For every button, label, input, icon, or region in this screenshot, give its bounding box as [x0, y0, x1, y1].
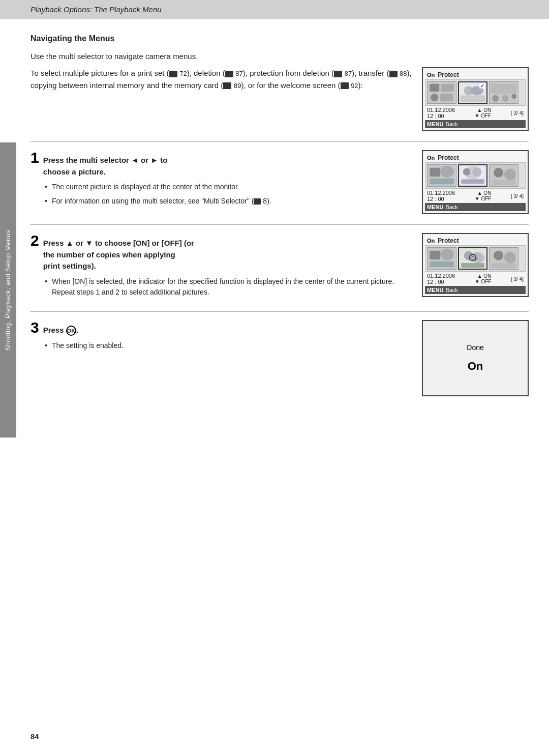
- step-3-row: 3 Press OK. The setting is enabled. Done…: [30, 320, 529, 396]
- back-text-3: Back: [445, 287, 458, 293]
- step-1-left: 1 Press the multi selector ◄ or ► tochoo…: [30, 150, 412, 210]
- thumb-3a: [427, 247, 456, 270]
- svg-point-3: [431, 94, 438, 101]
- thumbnail-row-1: ✓: [425, 79, 526, 106]
- step-1-bullet-1: The current picture is displayed at the …: [45, 182, 412, 193]
- counter-2: [ 3/ 4]: [511, 193, 524, 199]
- svg-point-39: [504, 252, 516, 264]
- step-3-bullets: The setting is enabled.: [45, 340, 412, 352]
- step-3-bullet-1: The setting is enabled.: [45, 340, 412, 352]
- step2-to: to: [121, 288, 128, 296]
- step-2-bullets: When [ON] is selected, the indicator for…: [45, 276, 412, 298]
- menu-text-2: MENU: [427, 204, 443, 210]
- camera-date-3: 01.12.2006: [427, 273, 455, 279]
- menu-text-1: MENU: [427, 121, 443, 127]
- camera-menu-1: MENU Back: [425, 120, 526, 128]
- svg-point-24: [494, 168, 503, 178]
- svg-point-25: [504, 169, 516, 181]
- svg-point-16: [440, 166, 454, 178]
- svg-rect-34: [461, 263, 484, 268]
- thumb-1c: [489, 81, 518, 104]
- counter-1: 3/ 4]: [514, 110, 524, 116]
- svg-point-29: [440, 249, 454, 260]
- word-or: or: [248, 81, 255, 90]
- camera-info-2: 01.12.2006 12 : 00 ▲ ON ▼ OFF [ 3/ 4]: [425, 189, 526, 203]
- step-1-screen: On Protect: [422, 150, 529, 214]
- intro-left: To select multiple pictures for a print …: [30, 67, 412, 96]
- camera-screen-1: On Protect: [422, 67, 529, 131]
- svg-point-21: [472, 167, 481, 177]
- thumb-2c: [489, 164, 518, 187]
- step-1-title: Press the multi selector ◄ or ► tochoose…: [43, 155, 168, 178]
- camera-time-1: 12 : 00: [427, 113, 455, 119]
- step-3-left: 3 Press OK. The setting is enabled.: [30, 320, 412, 354]
- camera-time-3: 12 : 00: [427, 279, 455, 285]
- step1-to: to: [160, 156, 167, 164]
- side-tab: Shooting, Playback, and Setup Menus: [0, 142, 16, 438]
- page-number: 84: [30, 732, 39, 741]
- step-2-number: 2: [30, 233, 39, 248]
- svg-rect-30: [430, 261, 454, 267]
- camera-menu-2: MENU Back: [425, 203, 526, 211]
- step-3-heading: 3 Press OK.: [30, 320, 412, 336]
- intro-row: To select multiple pictures for a print …: [30, 67, 529, 131]
- step-3-title: Press OK.: [43, 325, 78, 336]
- back-text-1: Back: [445, 121, 458, 127]
- done-screen: Done On: [422, 320, 529, 396]
- camera-info-1: 01.12.2006 12 : 00 ▲ ON ▼ OFF [ 3/ 4]: [425, 106, 526, 120]
- camera-date-2: 01.12.2006: [427, 190, 455, 196]
- svg-rect-26: [492, 181, 516, 186]
- svg-rect-40: [492, 264, 516, 269]
- step-2-title: Press ▲ or ▼ to choose [ON] or [OFF] (or…: [43, 238, 194, 272]
- step-1-number: 1: [30, 150, 39, 165]
- thumb-3b: ON: [458, 247, 487, 270]
- thumbnail-row-2: [425, 162, 526, 189]
- svg-point-20: [463, 168, 471, 176]
- camera-screen-3: On Protect: [422, 233, 529, 297]
- svg-rect-4: [440, 94, 453, 101]
- protect-label-1: Protect: [438, 71, 459, 78]
- svg-rect-22: [461, 180, 484, 184]
- protect-label-3: Protect: [438, 237, 459, 244]
- svg-rect-10: [491, 84, 517, 94]
- svg-text:ON: ON: [471, 256, 477, 260]
- arrow-off-3: ▼ OFF: [475, 279, 492, 284]
- step-1-bullets: The current picture is displayed at the …: [45, 182, 412, 207]
- protect-label-2: Protect: [438, 154, 459, 161]
- step-2-row: 2 Press ▲ or ▼ to choose [ON] or [OFF] (…: [30, 233, 529, 301]
- arrow-on-3: ▲ ON: [477, 273, 492, 279]
- svg-point-11: [492, 95, 499, 102]
- back-text-2: Back: [445, 204, 458, 210]
- step-2-heading: 2 Press ▲ or ▼ to choose [ON] or [OFF] (…: [30, 233, 412, 272]
- menu-text-3: MENU: [427, 287, 443, 293]
- counter-bracket-1: [: [511, 110, 512, 116]
- thumb-1b: ✓: [458, 81, 487, 104]
- section-title: Navigating the Menus: [30, 34, 529, 43]
- on-label-3: On: [427, 238, 435, 244]
- done-label: Done: [467, 343, 483, 352]
- screen-intro: On Protect: [422, 67, 529, 131]
- step-1-heading: 1 Press the multi selector ◄ or ► tochoo…: [30, 150, 412, 178]
- on-label-1: On: [427, 72, 435, 78]
- step-2-left: 2 Press ▲ or ▼ to choose [ON] or [OFF] (…: [30, 233, 412, 301]
- thumb-3c: [489, 247, 518, 270]
- counter-3: [ 3/ 4]: [511, 276, 524, 282]
- svg-rect-17: [430, 179, 454, 184]
- thumb-2b: [458, 164, 487, 187]
- step-1-row: 1 Press the multi selector ◄ or ► tochoo…: [30, 150, 529, 214]
- main-content: Navigating the Menus Use the multi selec…: [0, 19, 549, 422]
- arrow-on-2: ▲ ON: [477, 190, 492, 196]
- thumb-1a: [427, 81, 456, 104]
- camera-menu-3: MENU Back: [425, 286, 526, 294]
- svg-point-12: [502, 95, 508, 102]
- step-2-screen: On Protect: [422, 233, 529, 297]
- arrow-off-1: ▼ OFF: [475, 113, 492, 119]
- on-label-2: On: [427, 155, 435, 161]
- camera-info-3: 01.12.2006 12 : 00 ▲ ON ▼ OFF [ 3/ 4]: [425, 272, 526, 286]
- header-title: Playback Options: The Playback Menu: [30, 5, 162, 14]
- arrow-off-2: ▼ OFF: [475, 196, 492, 201]
- intro-para-1: Use the multi selector to navigate camer…: [30, 50, 529, 62]
- svg-rect-15: [430, 168, 440, 177]
- svg-point-13: [511, 94, 516, 99]
- camera-time-2: 12 : 00: [427, 196, 455, 202]
